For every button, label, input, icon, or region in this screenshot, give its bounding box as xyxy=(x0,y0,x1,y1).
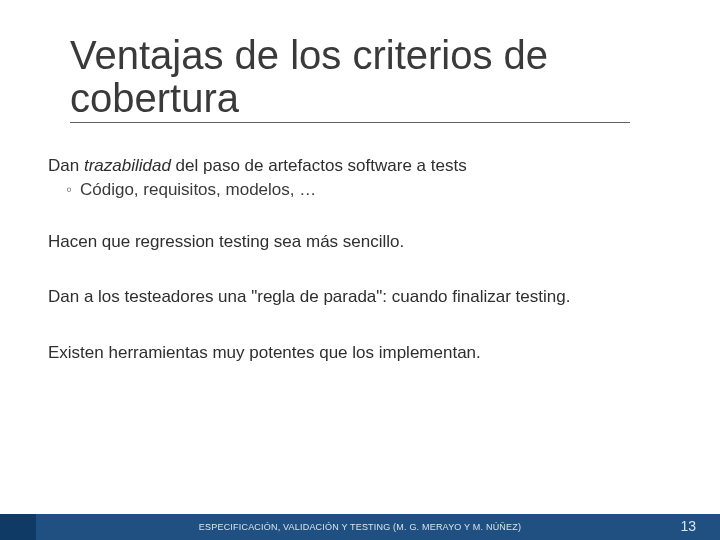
page-number: 13 xyxy=(680,514,696,540)
sub-bullet-1: Código, requisitos, modelos, … xyxy=(66,179,668,201)
slide-body: Dan trazabilidad del paso de artefactos … xyxy=(48,155,668,398)
bullet-3: Dan a los testeadores una "regla de para… xyxy=(48,286,668,308)
slide: Ventajas de los criterios de cobertura D… xyxy=(0,0,720,540)
footer-text: ESPECIFICACIÓN, VALIDACIÓN Y TESTING (M.… xyxy=(0,514,720,540)
slide-title: Ventajas de los criterios de cobertura xyxy=(70,34,630,123)
bullet-1: Dan trazabilidad del paso de artefactos … xyxy=(48,155,668,177)
italic-text: trazabilidad xyxy=(84,156,171,175)
bullet-2: Hacen que regression testing sea más sen… xyxy=(48,231,668,253)
text: Dan xyxy=(48,156,84,175)
text: del paso de artefactos software a tests xyxy=(171,156,467,175)
bullet-4: Existen herramientas muy potentes que lo… xyxy=(48,342,668,364)
